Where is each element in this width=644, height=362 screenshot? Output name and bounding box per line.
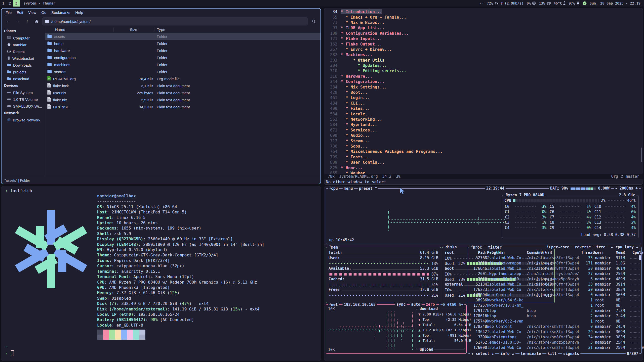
proc-row[interactable]: 38936kworker/u64:6-kc1 root0B0.0	[468, 297, 641, 303]
proc-row[interactable]: 52368Isolated Web Co/nix/store/sm8fmrf3w…	[468, 255, 641, 260]
fastfetch-terminal[interactable]: › fastfetch nambiar@smallbox------------…	[1, 186, 321, 361]
column-size[interactable]: Size	[113, 27, 153, 32]
proc-action-info[interactable]: info ↵	[499, 351, 515, 356]
sidebar-item-browse-network[interactable]: Browse Network	[2, 117, 45, 123]
proc-col-0[interactable]: Pid:	[469, 250, 487, 255]
proc-sort-control[interactable]: ← cpu lazy →	[610, 245, 639, 249]
proc-cpu: 0.0	[641, 282, 644, 287]
proc-row[interactable]: 175749kworker/6:2-even1 root0B0.0	[468, 319, 641, 324]
file-row-home[interactable]: homeFolder	[45, 40, 320, 47]
file-row-secrets[interactable]: secretsFolder	[45, 68, 320, 75]
proc-row[interactable]: 3390WebExtensions/nix/store/sm8fmrf3wps4…	[468, 334, 641, 340]
proc-col-3[interactable]: Threads:	[581, 250, 593, 255]
proc-col-4[interactable]: User:	[593, 250, 616, 255]
sidebar-item-1-0-tb-volume[interactable]: 1,0 TB Volume	[2, 96, 45, 103]
file-row-license[interactable]: LICENSE34,3 KiBPlain text document	[45, 103, 320, 110]
workspace-button-3[interactable]: 3	[13, 0, 20, 7]
file-row-machines[interactable]: machinesFolder	[45, 61, 320, 68]
menu-edit[interactable]: Edit	[15, 10, 25, 15]
file-row-assets[interactable]: assetsFolder	[45, 33, 320, 40]
net-zero-button[interactable]: zero	[425, 302, 436, 307]
battery-indicator[interactable]: 97%	[569, 1, 579, 5]
proc-row[interactable]: 13642Isolated Web Co/nix/store/sm8fmrf3w…	[468, 329, 641, 334]
sidebar-item-file-system[interactable]: File System	[2, 89, 45, 96]
file-row-flake-lock[interactable]: flake.lock3,1 KiBPlain text document	[45, 82, 320, 89]
proc-row[interactable]: 51762.emacs-31.0.50-/nix/store/wnqz5pa8r…	[468, 340, 641, 345]
home-button[interactable]	[33, 18, 41, 25]
proc-reverse-button[interactable]: reverse	[574, 245, 592, 249]
proc-tree-button[interactable]: tree	[595, 245, 607, 249]
file-row-flake-nix[interactable]: flake.nix2,5 KiBPlain text document	[45, 96, 320, 103]
update-interval-control[interactable]: - 2000ms +	[614, 186, 639, 191]
proc-action-select[interactable]: ↑ select ↓	[470, 351, 495, 356]
proc-row[interactable]: 2660.emacs-31.0.50-/nix/store/wnqz5pa8ra…	[468, 276, 641, 282]
menu-go[interactable]: Go	[39, 10, 48, 15]
proc-row[interactable]: 178294Web Content/nix/store/sm8fmrf3wps4…	[468, 292, 641, 297]
proc-col-1[interactable]: Program:	[487, 250, 527, 255]
proc-row[interactable]: 2658.firefox-wrappe/nix/store/sm8fmrf3wp…	[468, 260, 641, 266]
sidebar-item-downloads[interactable]: Downloads	[2, 62, 45, 69]
volume-indicator[interactable]: 72%	[487, 1, 498, 5]
proc-col-6[interactable]: Cpu%	[630, 250, 641, 255]
menu-view[interactable]: View	[26, 10, 38, 15]
proc-action-kill[interactable]: kill	[546, 351, 558, 356]
filter-button[interactable]: filter	[487, 245, 503, 250]
menu-bookmarks[interactable]: Bookmarks	[49, 10, 72, 15]
preset-button[interactable]: preset *	[358, 186, 378, 191]
temperature-indicator[interactable]: 46°C	[554, 1, 566, 5]
column-type[interactable]: Type	[154, 27, 320, 32]
menu-file[interactable]: File	[4, 10, 14, 15]
menu-help[interactable]: Help	[73, 10, 85, 15]
back-button[interactable]: ←	[4, 18, 12, 25]
idle-inhibitor-icon[interactable]: zz	[479, 2, 484, 5]
file-name-text: secrets	[54, 70, 66, 74]
memory-indicator[interactable]: 13%	[539, 1, 550, 5]
proc-action-terminate[interactable]: terminate	[519, 351, 542, 356]
proc-row[interactable]: 176000Isolated Web Co/nix/store/sm8fmrf3…	[468, 345, 641, 350]
proc-col-7[interactable]: ↑	[641, 250, 644, 255]
proc-row[interactable]: 176646Isolated Web Co/nix/store/sm8fmrf3…	[468, 266, 641, 271]
path-bar[interactable]: /home/nambiar/system/	[42, 17, 308, 25]
sidebar-item-recent[interactable]: Recent	[2, 48, 45, 55]
sidebar-item-computer[interactable]: Computer	[2, 35, 45, 41]
sidebar-item-wastebasket[interactable]: Wastebasket	[2, 55, 45, 62]
proc-row[interactable]: 176223Isolated Web Co/nix/store/sm8fmrf3…	[468, 287, 641, 292]
proc-per-core-button[interactable]: per-core	[550, 245, 571, 249]
proc-col-5[interactable]: MemB	[616, 250, 630, 255]
net-sync-button[interactable]: sync	[395, 302, 407, 307]
proc-row[interactable]: 177257kworker/10:1-mm_1 root0B0.0	[468, 303, 641, 308]
sidebar-item-smallbox-wi-[interactable]: SMALLBOX Wi...	[2, 103, 45, 110]
sidebar-item-nambiar[interactable]: nambiar	[2, 41, 45, 48]
proc-scrollbar[interactable]	[639, 255, 641, 260]
workspace-button-2[interactable]: 2	[7, 0, 13, 7]
file-row-configuration[interactable]: configurationFolder	[45, 54, 320, 61]
proc-row[interactable]: 52134Isolated Web Co/nix/store/sm8fmrf3w…	[468, 282, 641, 287]
net-auto-button[interactable]: auto	[410, 302, 421, 307]
org-buffer[interactable]: 34* Introduction...65* Emacs + Org + Tan…	[324, 9, 643, 176]
file-row-hardware[interactable]: hardwareFolder	[45, 47, 320, 54]
search-button[interactable]	[309, 18, 318, 25]
forward-button[interactable]: →	[14, 18, 22, 25]
emacs-scrollbar[interactable]	[641, 148, 642, 162]
network-indicator[interactable]: @ (2.9kb/s)	[501, 1, 524, 5]
file-row-user-nix[interactable]: user.nix229 bytesPlain text document	[45, 89, 320, 96]
shell-prompt[interactable]: ›	[5, 350, 14, 356]
sidebar-item-nextcloud[interactable]: nextcloud	[2, 75, 45, 82]
menu-button[interactable]: menu	[343, 186, 354, 191]
proc-action-signals[interactable]: signals	[562, 351, 580, 356]
systemd-status-icon[interactable]	[583, 1, 587, 5]
proc-cpu: 0.0 ↓	[641, 345, 644, 350]
up-button[interactable]: ↑	[23, 18, 31, 25]
file-row-readme-org[interactable]: README.org76,4 KiBOrg-mode file	[45, 75, 320, 82]
workspace-button-1[interactable]: 1	[0, 0, 7, 7]
clock[interactable]: Sun, 28 Sep 2025 - 22:19	[590, 1, 640, 5]
proc-row[interactable]: 178616btopbtop2 nambiar7.4M0.0	[468, 313, 641, 319]
net-interface-switch[interactable]: ←b eth0 n→	[439, 302, 464, 307]
sidebar-item-projects[interactable]: projects	[2, 69, 45, 75]
proc-row[interactable]: 178248Web Content/nix/store/sm8fmrf3wps4…	[468, 324, 641, 329]
cpu-indicator[interactable]: 0%	[527, 1, 536, 5]
file-list-header[interactable]: Name Size Type	[45, 26, 320, 33]
proc-col-2[interactable]: Command:	[527, 250, 581, 255]
proc-row[interactable]: 179127btopbtop2 nambiar7.3M0.0	[468, 308, 641, 313]
proc-row[interactable]: 2601.Hyprland-wrapp/run/current-system/s…	[468, 271, 641, 276]
